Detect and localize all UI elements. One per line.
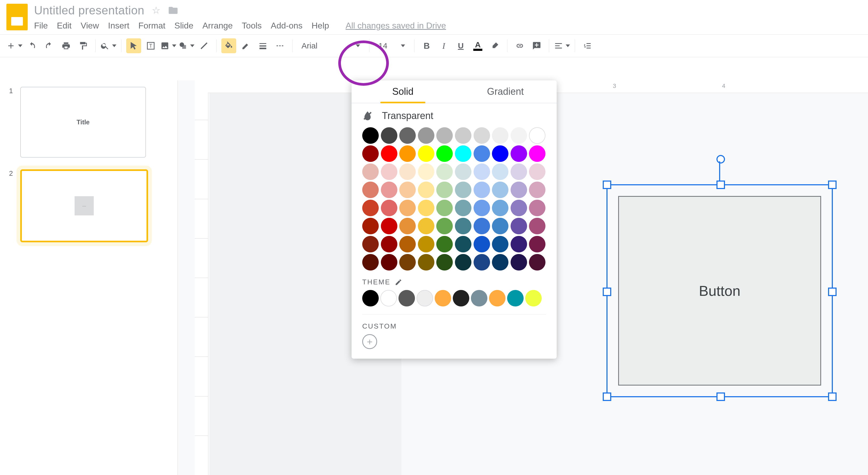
textbox-button[interactable]: T (143, 38, 158, 53)
theme-color-swatch[interactable] (525, 290, 542, 307)
menu-view[interactable]: View (81, 21, 99, 31)
color-swatch[interactable] (399, 146, 416, 162)
zoom-button[interactable] (100, 38, 116, 53)
color-swatch[interactable] (492, 236, 508, 252)
align-button[interactable] (554, 38, 570, 53)
color-swatch[interactable] (362, 146, 379, 162)
color-swatch[interactable] (381, 182, 397, 198)
color-swatch[interactable] (492, 146, 508, 162)
color-swatch[interactable] (362, 127, 379, 144)
color-swatch[interactable] (473, 254, 490, 271)
menu-insert[interactable]: Insert (108, 21, 129, 31)
color-swatch[interactable] (510, 146, 527, 162)
color-swatch[interactable] (381, 254, 397, 271)
pencil-icon[interactable] (395, 279, 402, 286)
color-swatch[interactable] (362, 182, 379, 198)
color-swatch[interactable] (399, 127, 416, 144)
color-swatch[interactable] (529, 200, 546, 216)
color-swatch[interactable] (473, 182, 490, 198)
resize-handle-bl[interactable] (603, 392, 611, 401)
image-button[interactable] (160, 38, 176, 53)
color-swatch[interactable] (455, 254, 471, 271)
color-swatch[interactable] (399, 182, 416, 198)
theme-color-swatch[interactable] (416, 290, 433, 307)
color-swatch[interactable] (399, 200, 416, 216)
color-swatch[interactable] (399, 236, 416, 252)
color-swatch[interactable] (473, 200, 490, 216)
color-swatch[interactable] (473, 146, 490, 162)
color-swatch[interactable] (510, 127, 527, 144)
color-swatch[interactable] (510, 236, 527, 252)
highlight-color-button[interactable] (487, 38, 502, 53)
slide-thumbnail-1[interactable]: Title (20, 87, 146, 158)
text-color-button[interactable]: A (470, 38, 485, 53)
color-swatch[interactable] (418, 127, 434, 144)
color-swatch[interactable] (436, 254, 453, 271)
color-swatch[interactable] (436, 236, 453, 252)
color-swatch[interactable] (510, 163, 527, 180)
color-swatch[interactable] (529, 127, 546, 144)
insert-comment-button[interactable] (529, 38, 544, 53)
color-swatch[interactable] (473, 163, 490, 180)
color-swatch[interactable] (529, 182, 546, 198)
slides-logo[interactable] (6, 4, 28, 30)
slide-thumbnail-2[interactable]: — (20, 169, 148, 242)
italic-button[interactable]: I (436, 38, 451, 53)
color-swatch[interactable] (362, 218, 379, 234)
star-icon[interactable]: ☆ (152, 5, 160, 16)
border-color-button[interactable] (238, 38, 253, 53)
doc-title[interactable]: Untitled presentation (34, 4, 144, 17)
theme-color-swatch[interactable] (380, 290, 397, 307)
undo-button[interactable] (25, 38, 39, 53)
resize-handle-tl[interactable] (603, 181, 611, 189)
color-swatch[interactable] (362, 200, 379, 216)
menu-tools[interactable]: Tools (242, 21, 262, 31)
color-swatch[interactable] (436, 163, 453, 180)
menu-slide[interactable]: Slide (175, 21, 193, 31)
color-swatch[interactable] (529, 218, 546, 234)
save-status[interactable]: All changes saved in Drive (346, 21, 446, 31)
select-tool-button[interactable] (126, 38, 141, 53)
color-swatch[interactable] (529, 236, 546, 252)
resize-handle-br[interactable] (828, 392, 837, 401)
color-swatch[interactable] (418, 182, 434, 198)
color-swatch[interactable] (381, 127, 397, 144)
color-swatch[interactable] (510, 254, 527, 271)
color-swatch[interactable] (492, 163, 508, 180)
rotate-handle[interactable] (716, 155, 725, 163)
color-swatch[interactable] (510, 182, 527, 198)
transparent-option[interactable]: Transparent (362, 110, 546, 121)
color-swatch[interactable] (381, 146, 397, 162)
insert-link-button[interactable] (512, 38, 527, 53)
color-swatch[interactable] (455, 236, 471, 252)
color-swatch[interactable] (418, 146, 434, 162)
resize-handle-mr[interactable] (828, 288, 837, 296)
font-family-select[interactable]: Arial (297, 41, 364, 50)
color-swatch[interactable] (381, 163, 397, 180)
resize-handle-ml[interactable] (603, 288, 611, 296)
redo-button[interactable] (41, 38, 57, 53)
color-swatch[interactable] (455, 200, 471, 216)
color-swatch[interactable] (455, 163, 471, 180)
menu-format[interactable]: Format (138, 21, 165, 31)
color-swatch[interactable] (492, 218, 508, 234)
line-spacing-button[interactable] (580, 38, 595, 53)
color-swatch[interactable] (399, 254, 416, 271)
font-size-select[interactable]: 14 (374, 41, 409, 50)
color-swatch[interactable] (381, 200, 397, 216)
color-swatch[interactable] (455, 127, 471, 144)
theme-color-swatch[interactable] (507, 290, 524, 307)
paint-format-button[interactable] (75, 38, 91, 53)
tab-solid[interactable]: Solid (351, 81, 454, 103)
shape-body[interactable]: Button (618, 196, 821, 385)
color-swatch[interactable] (529, 163, 546, 180)
color-swatch[interactable] (455, 218, 471, 234)
color-swatch[interactable] (455, 146, 471, 162)
bold-button[interactable]: B (419, 38, 434, 53)
color-swatch[interactable] (529, 146, 546, 162)
color-swatch[interactable] (418, 218, 434, 234)
color-swatch[interactable] (436, 200, 453, 216)
theme-color-swatch[interactable] (362, 290, 379, 307)
color-swatch[interactable] (492, 127, 508, 144)
menu-help[interactable]: Help (312, 21, 329, 31)
